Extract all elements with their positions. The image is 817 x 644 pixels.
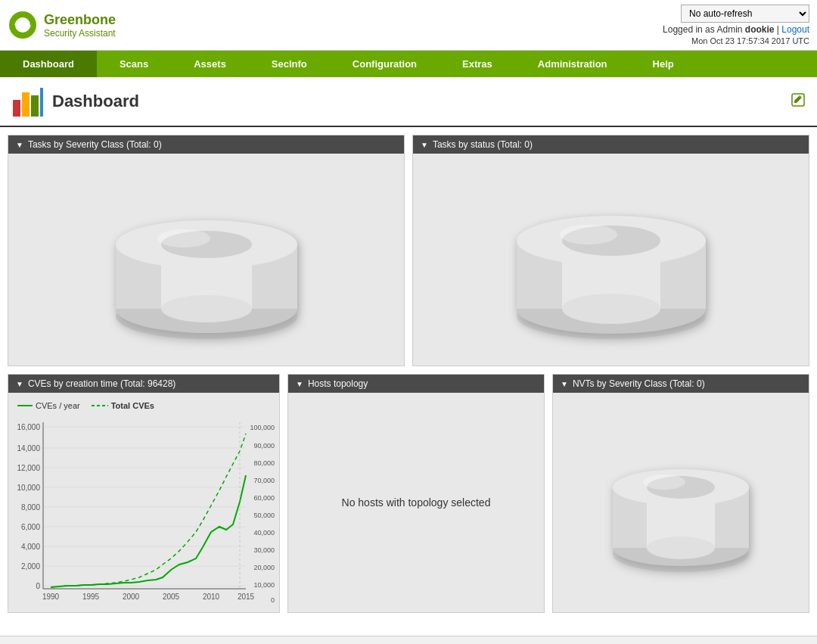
username: dookie xyxy=(745,24,775,35)
collapse-arrow-5[interactable]: ▼ xyxy=(561,380,568,388)
refresh-select[interactable]: No auto-refresh 30 seconds 1 minute 5 mi… xyxy=(681,5,809,23)
cves-year-label: CVEs / year xyxy=(36,401,80,410)
cves-header: ▼ CVEs by creation time (Total: 96428) xyxy=(8,375,279,393)
svg-text:50,000: 50,000 xyxy=(253,512,275,519)
nvts-severity-header: ▼ NVTs by Severity Class (Total: 0) xyxy=(553,375,809,393)
solid-line-icon xyxy=(17,405,33,406)
app-header: Greenbone Security Assistant No auto-ref… xyxy=(0,0,817,51)
nvts-severity-title: NVTs by Severity Class (Total: 0) xyxy=(573,378,705,389)
svg-point-22 xyxy=(560,225,617,244)
nav-assets[interactable]: Assets xyxy=(171,51,249,77)
edit-dashboard-icon[interactable] xyxy=(791,92,806,111)
total-cves-legend: Total CVEs xyxy=(92,401,154,410)
nav-secinfo[interactable]: SecInfo xyxy=(249,51,330,77)
svg-text:0: 0 xyxy=(36,582,40,590)
cves-chart: 16,000 14,000 12,000 10,000 8,000 6,000 … xyxy=(11,415,276,608)
svg-text:100,000: 100,000 xyxy=(250,424,275,431)
svg-text:2015: 2015 xyxy=(238,593,255,601)
svg-text:16,000: 16,000 xyxy=(17,423,40,431)
svg-text:12,000: 12,000 xyxy=(17,464,40,472)
svg-text:0: 0 xyxy=(271,596,275,604)
total-cves-label: Total CVEs xyxy=(111,401,154,410)
svg-text:1995: 1995 xyxy=(82,593,100,601)
cves-title: CVEs by creation time (Total: 96428) xyxy=(28,378,176,389)
nav-scans[interactable]: Scans xyxy=(97,51,171,77)
tasks-severity-widget: ▼ Tasks by Severity Class (Total: 0) xyxy=(8,135,405,366)
svg-rect-5 xyxy=(40,88,43,117)
nav-configuration[interactable]: Configuration xyxy=(330,51,440,77)
svg-point-14 xyxy=(157,229,210,247)
nav-dashboard[interactable]: Dashboard xyxy=(0,51,97,77)
tasks-status-title: Tasks by status (Total: 0) xyxy=(433,139,533,150)
tasks-severity-donut xyxy=(101,169,312,350)
svg-text:70,000: 70,000 xyxy=(253,477,275,484)
svg-text:80,000: 80,000 xyxy=(253,459,275,467)
no-hosts-message: No hosts with topology selected xyxy=(342,496,491,509)
logo-text: Greenbone Security Assistant xyxy=(44,12,116,39)
user-role: Admin xyxy=(716,24,742,35)
collapse-arrow-3[interactable]: ▼ xyxy=(16,380,23,388)
svg-text:30,000: 30,000 xyxy=(253,546,275,554)
top-row: ▼ Tasks by Severity Class (Total: 0) xyxy=(8,135,809,366)
page-title: Dashboard xyxy=(52,92,139,111)
svg-point-69 xyxy=(643,474,685,490)
nav-extras[interactable]: Extras xyxy=(440,51,515,77)
nvts-severity-widget: ▼ NVTs by Severity Class (Total: 0) xyxy=(552,374,809,613)
bottom-row: ▼ CVEs by creation time (Total: 96428) C… xyxy=(8,374,809,613)
svg-text:10,000: 10,000 xyxy=(253,581,275,589)
svg-point-11 xyxy=(161,295,252,322)
tasks-severity-body xyxy=(8,154,404,366)
cves-legend: CVEs / year Total CVEs xyxy=(11,398,160,413)
user-info: Logged in as Admin dookie | Logout xyxy=(663,24,809,35)
logged-in-label: Logged in as xyxy=(663,24,715,35)
svg-rect-4 xyxy=(31,95,39,117)
tasks-severity-title: Tasks by Severity Class (Total: 0) xyxy=(28,139,162,150)
tasks-status-widget: ▼ Tasks by status (Total: 0) xyxy=(412,135,809,366)
svg-text:2000: 2000 xyxy=(123,593,140,601)
svg-rect-3 xyxy=(22,92,30,117)
svg-text:14,000: 14,000 xyxy=(17,444,40,453)
nav-administration[interactable]: Administration xyxy=(515,51,630,77)
svg-rect-2 xyxy=(13,100,20,117)
logo-name: Greenbone xyxy=(44,12,116,28)
dashboard-grid: ▼ Tasks by Severity Class (Total: 0) xyxy=(0,127,817,621)
footer: Backend operation: 0.05s Greenbone Secur… xyxy=(0,636,817,644)
hosts-topology-widget: ▼ Hosts topology No hosts with topology … xyxy=(287,374,545,613)
nvts-severity-donut xyxy=(598,419,764,586)
svg-text:2,000: 2,000 xyxy=(21,562,40,571)
svg-text:1990: 1990 xyxy=(42,593,60,601)
svg-text:10,000: 10,000 xyxy=(17,484,40,492)
svg-text:8,000: 8,000 xyxy=(21,503,40,512)
svg-text:40,000: 40,000 xyxy=(253,529,275,537)
tasks-status-header: ▼ Tasks by status (Total: 0) xyxy=(413,135,809,154)
cves-year-legend: CVEs / year xyxy=(17,401,80,410)
svg-text:6,000: 6,000 xyxy=(21,523,40,531)
cves-widget: ▼ CVEs by creation time (Total: 96428) C… xyxy=(8,374,280,613)
logout-link[interactable]: Logout xyxy=(781,24,809,35)
svg-text:2010: 2010 xyxy=(203,593,220,601)
refresh-area: No auto-refresh 30 seconds 1 minute 5 mi… xyxy=(681,5,809,23)
svg-text:2005: 2005 xyxy=(163,593,180,601)
svg-text:60,000: 60,000 xyxy=(253,494,275,502)
page-header: Dashboard xyxy=(0,77,817,127)
content-area: Dashboard ▼ Tasks by Severity Class (Tot… xyxy=(0,77,817,621)
greenbone-logo-icon xyxy=(8,10,38,40)
collapse-arrow-2[interactable]: ▼ xyxy=(421,141,428,149)
hosts-topology-title: Hosts topology xyxy=(308,378,368,389)
hosts-topology-header: ▼ Hosts topology xyxy=(288,375,544,393)
collapse-arrow[interactable]: ▼ xyxy=(16,141,23,149)
dashed-line-icon xyxy=(92,402,108,409)
header-right: No auto-refresh 30 seconds 1 minute 5 mi… xyxy=(663,5,809,45)
logo-subtitle: Security Assistant xyxy=(44,28,116,39)
svg-point-19 xyxy=(562,294,660,324)
dashboard-icon xyxy=(11,85,45,118)
collapse-arrow-4[interactable]: ▼ xyxy=(296,380,303,388)
svg-text:20,000: 20,000 xyxy=(253,564,275,571)
nav-help[interactable]: Help xyxy=(630,51,697,77)
navbar: Dashboard Scans Assets SecInfo Configura… xyxy=(0,51,817,77)
tasks-status-body xyxy=(413,154,809,366)
nvts-severity-body xyxy=(553,393,809,612)
page-title-area: Dashboard xyxy=(11,85,139,118)
hosts-topology-body: No hosts with topology selected xyxy=(288,393,544,612)
logo-area: Greenbone Security Assistant xyxy=(8,10,116,40)
